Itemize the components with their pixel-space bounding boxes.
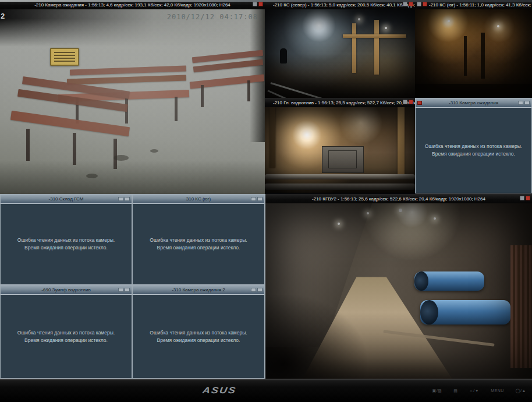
stream-status-icon: [253, 2, 257, 6]
error-panel-title: 310 КС (юг): [178, 196, 219, 202]
panel-button-icon[interactable]: [125, 288, 130, 292]
video-ks-north[interactable]: [265, 9, 415, 98]
stream-status-icon: [403, 100, 407, 104]
error-line-1: Ошибка чтения данных из потока камеры.: [17, 329, 115, 337]
error-line-2: Время ожидания операции истекло.: [157, 337, 240, 344]
error-panel-title: -310 Камера ожидания: [441, 100, 506, 105]
error-line-1: Ошибка чтения данных из потока камеры.: [150, 329, 247, 337]
panel-button-icon[interactable]: [125, 197, 130, 201]
stream-status-icon: [403, 2, 407, 6]
asus-monitor: -210 Камера ожидания - 1:56:13; 4,6 кадр…: [0, 0, 532, 402]
monitor-controls: ▣/▨ ▤ ☼/▼ MENU ◯/▲: [432, 389, 526, 393]
feed-title: -210 КС (север) - 1:56:13; 5,0 кадр/сек;…: [265, 2, 415, 8]
fog-overlay: [0, 9, 265, 194]
error-message: Ошибка чтения данных из потока камеры. В…: [1, 204, 132, 284]
error-titlebar[interactable]: -690 Зумпф водоотлив: [1, 285, 132, 295]
error-panel-title: -310 Склад ГСМ: [41, 196, 92, 202]
feed-titlebar-drainage[interactable]: -210 Гл. водоотлив - 1:56:13; 25,5 кадр/…: [265, 98, 415, 107]
screen-top-edge: [0, 0, 532, 2]
error-titlebar[interactable]: -310 Камера ожидания: [416, 98, 531, 108]
feed-panel-kgvu2[interactable]: -210 КГВУ2 - 1:56:13; 25,6 кадр/сек; 522…: [265, 194, 532, 379]
error-line-1: Ошибка чтения данных из потока камеры.: [425, 143, 522, 150]
video-drainage[interactable]: [265, 107, 415, 193]
input-select-button[interactable]: ▣/▨: [432, 389, 442, 393]
quickfit-button[interactable]: ▤: [453, 389, 457, 393]
error-line-2: Время ожидания операции истекло.: [432, 150, 515, 158]
panel-button-icon[interactable]: [518, 101, 523, 105]
error-message: Ошибка чтения данных из потока камеры. В…: [416, 108, 531, 193]
error-line-2: Время ожидания операции истекло.: [24, 244, 108, 252]
error-message: Ошибка чтения данных из потока камеры. В…: [133, 204, 264, 284]
vignette: [415, 9, 532, 98]
record-icon: [526, 196, 530, 200]
feed-panel-waiting-room[interactable]: -210 Камера ожидания - 1:56:13; 4,6 кадр…: [0, 0, 265, 194]
error-line-2: Время ожидания операции истекло.: [157, 244, 240, 252]
camera-timestamp: 2010/12/12 04:17:08: [167, 13, 258, 21]
feed-title: -210 КГВУ2 - 1:56:13; 25,6 кадр/сек; 522…: [304, 196, 494, 202]
stream-status-icon: [520, 196, 524, 200]
panel-button-icon[interactable]: [118, 197, 123, 201]
error-line-1: Ошибка чтения данных из потока камеры.: [17, 237, 115, 244]
error-panel-zumpf-vodootliv[interactable]: -690 Зумпф водоотлив Ошибка чтения данны…: [0, 285, 132, 379]
record-icon: [258, 2, 263, 6]
error-titlebar[interactable]: -310 Склад ГСМ: [1, 195, 132, 204]
panel-button-icon[interactable]: [257, 197, 263, 201]
record-icon: [417, 101, 422, 105]
feed-titlebar-kgvu2[interactable]: -210 КГВУ2 - 1:56:13; 25,6 кадр/сек; 522…: [265, 194, 532, 203]
panel-button-icon[interactable]: [524, 101, 530, 105]
record-icon: [409, 100, 413, 104]
vignette: [265, 203, 532, 379]
record-icon: [423, 2, 427, 6]
menu-button[interactable]: MENU: [491, 389, 504, 393]
error-titlebar[interactable]: -310 Камера ожидания 2: [133, 285, 264, 295]
brightness-down-button[interactable]: ☼/▼: [469, 389, 479, 393]
error-message: Ошибка чтения данных из потока камеры. В…: [133, 295, 264, 378]
monitor-bezel: ASUS ▣/▨ ▤ ☼/▼ MENU ◯/▲: [0, 379, 532, 402]
feed-title: -210 КС (юг) - 1:56:11; 1,0 кадр/сек; 41…: [415, 2, 532, 8]
video-waiting-room[interactable]: 2010/12/12 04:17:08 2: [0, 9, 265, 194]
error-panel-sklad-gsm[interactable]: -310 Склад ГСМ Ошибка чтения данных из п…: [0, 194, 132, 285]
power-up-button[interactable]: ◯/▲: [516, 389, 526, 393]
panel-button-icon[interactable]: [251, 197, 256, 201]
record-icon: [409, 2, 413, 6]
error-line-2: Время ожидания операции истекло.: [24, 337, 108, 344]
vignette: [265, 9, 415, 98]
feed-panel-drainage[interactable]: -210 Гл. водоотлив - 1:56:13; 25,5 кадр/…: [265, 98, 415, 193]
error-panel-kamera-ozhidaniya-310[interactable]: -310 Камера ожидания Ошибка чтения данны…: [415, 98, 532, 193]
error-panel-kamera-ozhidaniya-2[interactable]: -310 Камера ожидания 2 Ошибка чтения дан…: [132, 285, 265, 379]
feed-panel-ks-south[interactable]: -210 КС (юг) - 1:56:11; 1,0 кадр/сек; 41…: [415, 0, 532, 98]
error-line-1: Ошибка чтения данных из потока камеры.: [150, 237, 247, 244]
feed-title: -210 Гл. водоотлив - 1:56:13; 25,5 кадр/…: [265, 100, 415, 105]
video-kgvu2[interactable]: [265, 203, 532, 379]
feed-title: -210 Камера ожидания - 1:56:13; 4,6 кадр…: [26, 2, 239, 8]
stream-status-icon: [417, 2, 421, 6]
error-panel-title: -310 Камера ожидания 2: [164, 287, 233, 292]
error-panel-ks-yug-310[interactable]: 310 КС (юг) Ошибка чтения данных из пото…: [132, 194, 265, 285]
surveillance-grid: -210 Камера ожидания - 1:56:13; 4,6 кадр…: [0, 0, 532, 379]
camera-number-overlay: 2: [1, 12, 5, 20]
error-panel-title: -690 Зумпф водоотлив: [33, 287, 98, 292]
feed-panel-ks-north[interactable]: -210 КС (север) - 1:56:13; 5,0 кадр/сек;…: [265, 0, 415, 98]
panel-button-icon[interactable]: [118, 288, 123, 292]
panel-button-icon[interactable]: [257, 288, 263, 292]
vignette: [265, 107, 415, 193]
asus-logo: ASUS: [201, 386, 237, 396]
panel-button-icon[interactable]: [251, 288, 256, 292]
error-message: Ошибка чтения данных из потока камеры. В…: [1, 295, 132, 378]
video-ks-south[interactable]: [415, 9, 532, 98]
error-titlebar[interactable]: 310 КС (юг): [133, 195, 264, 204]
